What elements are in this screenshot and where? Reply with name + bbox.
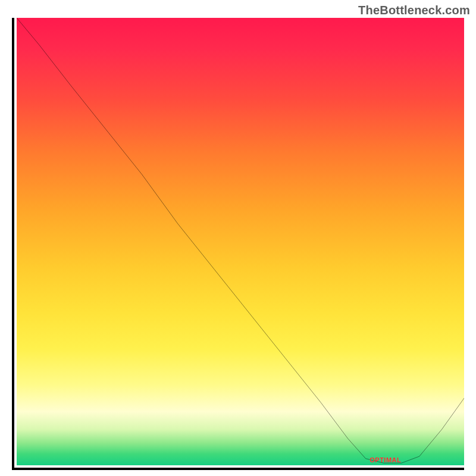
chart-root: TheBottleneck.com OPTIMAL (0, 0, 476, 476)
plot-area: OPTIMAL (12, 18, 464, 470)
bottleneck-curve (17, 18, 464, 465)
curve-line (17, 18, 464, 463)
optimal-zone-label: OPTIMAL (369, 456, 401, 464)
attribution-label: TheBottleneck.com (358, 4, 470, 17)
